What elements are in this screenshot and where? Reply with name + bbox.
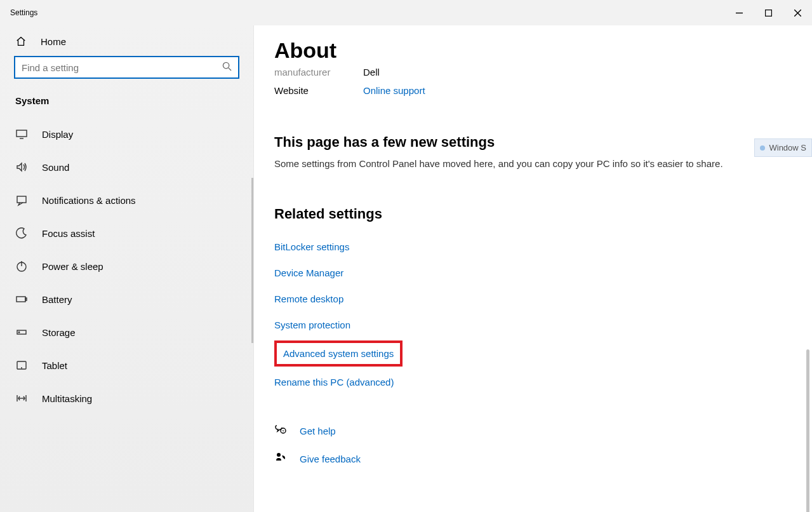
power-icon [15,260,28,273]
info-label: Website [274,85,363,96]
link-remote-desktop[interactable]: Remote desktop [274,286,343,312]
get-help-link[interactable]: Get help [300,426,336,436]
svg-rect-8 [17,196,26,203]
sidebar-item-battery[interactable]: Battery [0,283,253,316]
link-bitlocker-settings[interactable]: BitLocker settings [274,234,349,260]
search-field[interactable] [22,62,222,73]
sidebar-item-label: Sound [42,162,69,173]
link-device-manager[interactable]: Device Manager [274,260,343,286]
sidebar-item-storage[interactable]: Storage [0,316,253,349]
svg-rect-6 [17,130,27,137]
related-heading: Related settings [274,206,787,222]
feedback-row[interactable]: Give feedback [274,445,787,473]
home-label: Home [41,36,66,47]
related-settings: Related settings BitLocker settings Devi… [274,206,787,395]
sidebar-item-label: Display [42,129,73,140]
sidebar-item-display[interactable]: Display [0,118,253,151]
sidebar-item-notifications[interactable]: Notifications & actions [0,184,253,217]
sidebar-item-label: Power & sleep [42,261,103,272]
sidebar-item-focus-assist[interactable]: Focus assist [0,217,253,250]
section-label: System [0,90,253,118]
title-bar: Settings [0,0,812,25]
focus-assist-icon [15,227,28,239]
svg-rect-11 [17,297,25,302]
search-icon [222,62,232,73]
svg-text:?: ? [282,429,284,433]
content-scrollbar[interactable] [806,349,809,512]
sidebar-item-label: Tablet [42,360,67,371]
window-title: Settings [10,8,37,17]
online-support-link[interactable]: Online support [363,85,425,96]
dot-icon [760,145,765,151]
main-content: About manufacturer Dell Website Online s… [254,25,812,512]
help-section: ? Get help Give feedback [274,417,787,473]
close-button[interactable] [783,3,812,23]
sidebar-scrollbar[interactable] [251,178,253,343]
sidebar-item-label: Multitasking [42,393,92,404]
sound-icon [15,161,28,173]
sidebar-item-tablet[interactable]: Tablet [0,349,253,382]
search-input[interactable] [14,56,239,79]
sidebar-item-label: Storage [42,327,76,338]
new-settings-body: Some settings from Control Panel have mo… [274,158,787,169]
sidebar-item-power-sleep[interactable]: Power & sleep [0,250,253,283]
feedback-link[interactable]: Give feedback [300,454,361,464]
sidebar: Home System Display Sound Notificat [0,25,254,512]
get-help-row[interactable]: ? Get help [274,417,787,445]
tablet-icon [15,359,28,372]
svg-rect-12 [25,298,27,300]
battery-icon [15,293,28,306]
info-row-website: Website Online support [274,85,787,96]
sidebar-item-multitasking[interactable]: Multitasking [0,382,253,415]
side-popup[interactable]: Window S [754,138,812,157]
sidebar-item-label: Focus assist [42,228,95,239]
storage-icon [15,326,28,339]
feedback-icon [274,451,288,466]
info-label: manufacturer [274,67,363,77]
sidebar-item-sound[interactable]: Sound [0,151,253,184]
home-button[interactable]: Home [0,25,253,56]
home-icon [15,36,27,47]
multitasking-icon [15,392,28,405]
minimize-button[interactable] [724,3,754,23]
display-icon [15,128,28,140]
link-system-protection[interactable]: System protection [274,312,350,338]
link-rename-pc-advanced[interactable]: Rename this PC (advanced) [274,369,394,395]
link-advanced-system-settings[interactable]: Advanced system settings [283,348,394,359]
page-title: About [274,38,787,63]
nav-list: Display Sound Notifications & actions Fo… [0,118,253,512]
window-controls [724,3,812,23]
svg-line-5 [229,68,231,71]
svg-point-22 [277,453,281,457]
svg-point-4 [223,62,229,68]
side-popup-label: Window S [769,143,806,152]
svg-rect-1 [765,10,771,16]
maximize-button[interactable] [754,3,783,23]
sidebar-item-label: Notifications & actions [42,195,136,206]
info-row-manufacturer: manufacturer Dell [274,67,787,77]
sidebar-item-label: Battery [42,294,72,305]
svg-point-14 [18,332,20,333]
info-value: Dell [363,67,380,77]
new-settings-heading: This page has a few new settings [274,134,787,151]
help-icon: ? [274,423,288,438]
highlight-box: Advanced system settings [274,340,403,367]
notifications-icon [15,194,28,206]
